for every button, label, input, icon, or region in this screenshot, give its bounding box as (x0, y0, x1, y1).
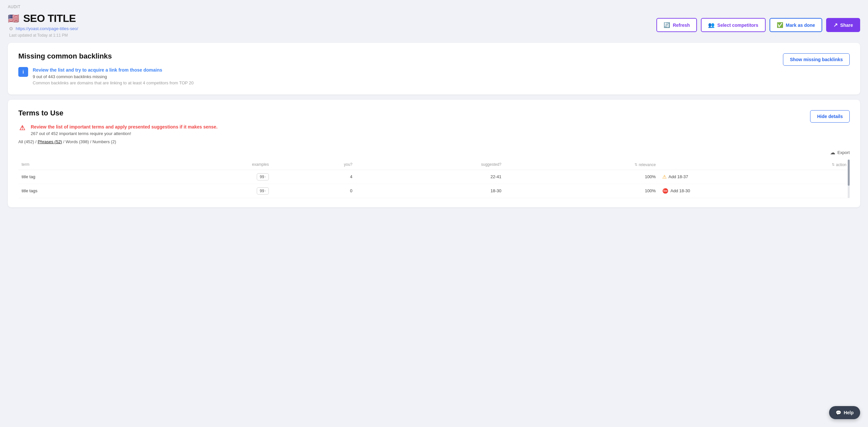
backlinks-left: Missing common backlinks i Review the li… (18, 52, 194, 85)
col-suggested[interactable]: suggested? (356, 160, 505, 170)
select-competitors-button[interactable]: 👥 Select competitors (701, 18, 765, 32)
last-updated-text: Last updated at Today at 1:11 PM (8, 33, 78, 38)
terms-table-head: term examples you? (18, 160, 850, 170)
page-url[interactable]: https://yoast.com/page-titles-seo/ (16, 26, 78, 31)
table-row: title tag 99› 4 22-41 100% ⚠ Add 18-37 (18, 170, 850, 184)
filter-all[interactable]: All (452) (18, 139, 34, 144)
chevron-right-icon: › (265, 189, 266, 193)
terms-table-container: term examples you? (18, 160, 850, 198)
header-actions: 🔄 Refresh 👥 Select competitors ✅ Mark as… (656, 18, 860, 32)
you-cell: 4 (272, 170, 356, 184)
share-button[interactable]: ↗ Share (826, 18, 860, 32)
chevron-right-icon: › (265, 175, 266, 178)
refresh-icon: 🔄 (663, 22, 670, 28)
backlinks-header-row: Missing common backlinks i Review the li… (18, 52, 850, 85)
examples-badge[interactable]: 99› (257, 173, 269, 180)
export-icon: ☁ (830, 150, 835, 156)
error-icon: ⚠ (18, 124, 26, 132)
terms-card: Terms to Use ⚠ Review the list of import… (8, 100, 860, 207)
backlinks-desc: Common backlinks are domains that are li… (33, 80, 194, 85)
col-term: term (18, 160, 143, 170)
scrollbar[interactable] (848, 160, 850, 198)
suggested-cell: 18-30 (356, 184, 505, 198)
col-you[interactable]: you? (272, 160, 356, 170)
backlinks-info-box: i Review the list and try to acquire a l… (18, 67, 194, 85)
audit-label: AUDIT (0, 0, 868, 9)
page-title: SEO TITLE (23, 12, 76, 25)
link-icon: ⊙ (9, 26, 13, 31)
header-left: 🇺🇸 SEO TITLE ⊙ https://yoast.com/page-ti… (8, 12, 78, 38)
scroll-thumb[interactable] (848, 160, 850, 186)
show-missing-backlinks-button[interactable]: Show missing backlinks (783, 53, 850, 66)
action-cell: ⛔ Add 18-30 (659, 184, 850, 198)
action-cell: ⚠ Add 18-37 (659, 170, 850, 184)
filter-words[interactable]: Words (398) (66, 139, 89, 144)
share-icon: ↗ (833, 22, 838, 28)
backlinks-card: Missing common backlinks i Review the li… (8, 43, 860, 95)
mark-as-done-button[interactable]: ✅ Mark as done (770, 18, 822, 32)
terms-stat: 267 out of 452 important terms require y… (31, 131, 217, 136)
flag-icon: 🇺🇸 (8, 13, 19, 24)
term-cell: title tags (18, 184, 143, 198)
col-relevance[interactable]: ⇅ relevance (505, 160, 659, 170)
competitors-icon: 👥 (708, 22, 715, 28)
examples-badge[interactable]: 99› (257, 187, 269, 195)
examples-cell: 99› (143, 170, 272, 184)
relevance-cell: 100% (505, 170, 659, 184)
term-cell: title tag (18, 170, 143, 184)
backlinks-title: Missing common backlinks (18, 52, 194, 61)
terms-info-box: ⚠ Review the list of important terms and… (18, 124, 217, 136)
backlinks-info-content: Review the list and try to acquire a lin… (33, 67, 194, 85)
help-chat-icon: 💬 (836, 410, 841, 415)
examples-cell: 99› (143, 184, 272, 198)
backlinks-stat: 9 out of 443 common backlinks missing (33, 74, 194, 79)
col-action[interactable]: ⇅ action (659, 160, 850, 170)
refresh-button[interactable]: 🔄 Refresh (656, 18, 697, 32)
terms-alert-link[interactable]: Review the list of important terms and a… (31, 124, 217, 129)
terms-table: term examples you? (18, 160, 850, 198)
filter-phrases[interactable]: Phrases (52) (38, 139, 62, 144)
relevance-cell: 100% (505, 184, 659, 198)
terms-header-row: Terms to Use ⚠ Review the list of import… (18, 109, 850, 136)
suggested-cell: 22-41 (356, 170, 505, 184)
error-icon: ⛔ (662, 188, 669, 194)
terms-title: Terms to Use (18, 109, 217, 118)
check-circle-icon: ✅ (777, 22, 783, 28)
help-button[interactable]: 💬 Help (829, 406, 860, 419)
filter-numbers[interactable]: Numbers (2) (93, 139, 116, 144)
main-content: Missing common backlinks i Review the li… (0, 43, 868, 215)
info-icon: i (18, 67, 28, 77)
page-header: 🇺🇸 SEO TITLE ⊙ https://yoast.com/page-ti… (0, 9, 868, 43)
terms-info-content: Review the list of important terms and a… (31, 124, 217, 136)
table-row: title tags 99› 0 18-30 100% ⛔ Add 18-30 (18, 184, 850, 198)
action-text: Add 18-37 (669, 174, 688, 179)
export-row: ☁ Export (18, 150, 850, 156)
table-header-row: term examples you? (18, 160, 850, 170)
terms-filter-row: All (452) / Phrases (52) / Words (398) /… (18, 139, 850, 144)
title-row: 🇺🇸 SEO TITLE (8, 12, 78, 25)
action-text: Add 18-30 (671, 188, 690, 193)
col-examples[interactable]: examples (143, 160, 272, 170)
url-row: ⊙ https://yoast.com/page-titles-seo/ (8, 26, 78, 31)
warn-icon: ⚠ (662, 174, 666, 180)
hide-details-button[interactable]: Hide details (810, 110, 850, 123)
terms-table-body: title tag 99› 4 22-41 100% ⚠ Add 18-37 t… (18, 170, 850, 198)
terms-left: Terms to Use ⚠ Review the list of import… (18, 109, 217, 136)
export-label[interactable]: Export (837, 150, 850, 155)
backlinks-info-link[interactable]: Review the list and try to acquire a lin… (33, 67, 162, 73)
you-cell: 0 (272, 184, 356, 198)
